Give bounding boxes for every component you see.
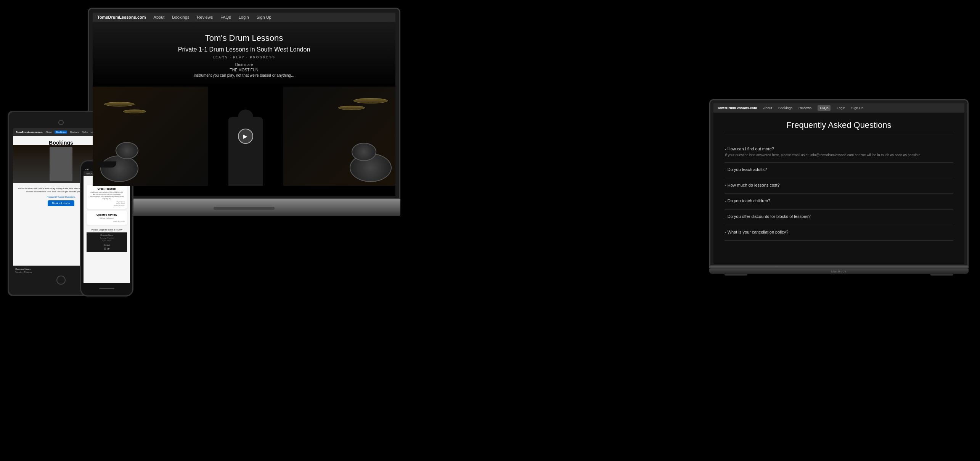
imac-hero-body: Drums are THE MOST FUN instrument you ca… — [100, 62, 388, 78]
drum-visual: ▶ — [93, 87, 395, 186]
imac-nav-faqs[interactable]: FAQs — [220, 15, 231, 19]
imac-device: TomsDrumLessons.com About Bookings Revie… — [88, 8, 404, 216]
macbook-nav-login[interactable]: Login — [837, 106, 845, 110]
iphone-time: 9:41 — [85, 168, 89, 171]
ipad-camera — [58, 120, 64, 125]
review-title-1: Great Teacher! — [89, 187, 125, 190]
ipad-hours-title: Opening Hours — [15, 268, 32, 270]
faq-item-6[interactable]: - What is your cancellation policy? — [725, 225, 953, 241]
macbook-frame: TomsDrumLessons.com About Bookings Revie… — [709, 99, 969, 266]
review-text-2: Still love the lessons! — [89, 217, 125, 219]
faq-item-1[interactable]: - How can I find out more? If your quest… — [725, 142, 953, 163]
ipad-nav-reviews[interactable]: Reviews — [70, 131, 79, 133]
review-meta-2: Written by: admin — [89, 221, 125, 222]
ipad-nav-bookings[interactable]: Bookings — [55, 131, 67, 134]
iphone-notch — [97, 161, 116, 168]
review-card-2: Updated Review Still love the lessons! W… — [87, 211, 127, 225]
faq-question-4: - Do you teach children? — [725, 198, 953, 203]
imac-hero-tagline: LEARN · PLAY · PROGRESS — [100, 55, 388, 59]
ipad-hours-days: Tuesday - Thursday — [15, 271, 32, 273]
iphone-hours-days: Tuesday - Thursday — [100, 237, 113, 239]
review-written-by-2: Written by: admin — [89, 221, 125, 222]
iphone-home-indicator — [99, 288, 114, 289]
drummer-body — [228, 117, 263, 186]
macbook-screen: TomsDrumLessons.com About Bookings Revie… — [713, 103, 964, 264]
iphone-hours-time: 4 pm - 10 pm — [102, 240, 111, 242]
imac-hero: Tom's Drum Lessons Private 1-1 Drum Less… — [93, 22, 395, 186]
ipad-home-button[interactable] — [56, 276, 66, 285]
iphone-footer-icons: ⊠ ▶ — [104, 247, 109, 250]
imac-nav-bookings[interactable]: Bookings — [172, 15, 189, 19]
iphone-footer: Opening Hours Tuesday - Thursday 4 pm - … — [87, 232, 127, 252]
iphone-login-prompt[interactable]: Please Login to leave a review — [87, 227, 127, 232]
macbook-feet — [709, 274, 969, 276]
imac-nav-about[interactable]: About — [154, 15, 165, 19]
play-button[interactable]: ▶ — [238, 129, 253, 144]
macbook-foot-right — [930, 274, 953, 276]
imac-base — [88, 210, 400, 216]
macbook-foot-left — [725, 274, 747, 276]
imac-nav-signup[interactable]: Sign Up — [257, 15, 272, 19]
drum-right-area — [283, 87, 395, 186]
macbook-nav-reviews[interactable]: Reviews — [798, 106, 811, 110]
imac-nav-login[interactable]: Login — [239, 15, 249, 19]
ipad-footer-hours: Opening Hours Tuesday - Thursday 4 pm - … — [15, 268, 32, 273]
iphone-content: Reviews Great Teacher! afted fipafin wft… — [84, 176, 130, 283]
faq-question-2: - Do you teach adults? — [725, 167, 953, 172]
bass-drum-left — [100, 155, 138, 182]
drummer-head — [238, 110, 253, 125]
iphone-contact-title: Contact — [103, 244, 110, 246]
cymbal-left — [104, 102, 135, 106]
macbook-nav: TomsDrumLessons.com About Bookings Revie… — [713, 103, 964, 113]
cymbal-right2 — [338, 106, 365, 110]
macbook-label: MacBook — [831, 270, 847, 273]
faq-item-4[interactable]: - Do you teach children? — [725, 194, 953, 210]
macbook-nav-bookings[interactable]: Bookings — [778, 106, 792, 110]
imac-hero-subtitle: Private 1-1 Drum Lessons in South West L… — [100, 46, 388, 53]
imac-stand — [88, 199, 400, 210]
drum-left-area — [93, 87, 208, 186]
imac-hero-title: Tom's Drum Lessons — [100, 33, 388, 43]
ipad-nav-brand: TomsDrumLessons.com — [16, 131, 43, 133]
ipad-drummer-silhouette — [50, 147, 72, 181]
review-title-2: Updated Review — [89, 213, 125, 216]
iphone-screen: TomsDrumLessons.com Reviews Great Teache… — [84, 171, 130, 286]
cymbal-left2 — [123, 110, 146, 113]
imac-frame: TomsDrumLessons.com About Bookings Revie… — [88, 8, 400, 199]
macbook-nav-brand: TomsDrumLessons.com — [717, 106, 757, 110]
review-card-1: Great Teacher! afted fipafin wfthn afthw… — [87, 185, 127, 209]
faq-title: Frequently Asked Questions — [725, 120, 953, 134]
faq-question-6: - What is your cancellation policy? — [725, 230, 953, 234]
faq-question-5: - Do you offer discounts for blocks of l… — [725, 214, 953, 219]
snare-left — [116, 142, 138, 159]
faq-item-2[interactable]: - Do you teach adults? — [725, 163, 953, 178]
snare-right — [352, 143, 376, 161]
macbook-faq-content: Frequently Asked Questions - How can I f… — [713, 113, 964, 248]
review-meta-1: elly brighton awign affinkt Written by: … — [89, 201, 125, 206]
faq-answer-1: If your question isn't answered here, pl… — [725, 153, 953, 158]
macbook-base: MacBook — [709, 269, 969, 274]
faq-question-3: - How much do lessons cost? — [725, 183, 953, 187]
faq-item-3[interactable]: - How much do lessons cost? — [725, 178, 953, 194]
ipad-nav-faqs[interactable]: FAQs — [82, 131, 88, 133]
ipad-nav-about[interactable]: About — [46, 131, 52, 133]
imac-nav-brand: TomsDrumLessons.com — [97, 15, 146, 19]
faq-item-5[interactable]: - Do you offer discounts for blocks of l… — [725, 210, 953, 225]
macbook-nav-signup[interactable]: Sign Up — [851, 106, 863, 110]
imac-screen: TomsDrumLessons.com About Bookings Revie… — [93, 13, 395, 196]
macbook-nav-faqs[interactable]: FAQs — [818, 105, 831, 111]
macbook-device: TomsDrumLessons.com About Bookings Revie… — [709, 99, 969, 276]
imac-nav: TomsDrumLessons.com About Bookings Revie… — [93, 13, 395, 22]
drum-center-area: ▶ — [208, 87, 284, 186]
review-written-by-1: Written by: test1 — [89, 205, 125, 206]
faq-question-1: - How can I find out more? — [725, 147, 953, 151]
review-text-1: afted fipafin wfthn afthwfing f2f0r4r 02… — [89, 191, 125, 200]
cymbal-right — [353, 98, 388, 103]
iphone-hours-title: Opening Hours — [100, 234, 113, 236]
imac-nav-reviews[interactable]: Reviews — [197, 15, 213, 19]
macbook-nav-about[interactable]: About — [763, 106, 772, 110]
imac-hero-text: Tom's Drum Lessons Private 1-1 Drum Less… — [93, 22, 395, 82]
ipad-book-btn[interactable]: Book a Lesson — [48, 200, 74, 206]
